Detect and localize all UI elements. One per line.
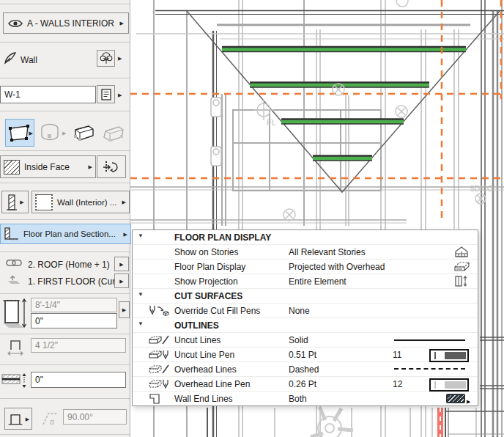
element-id-list-button[interactable]: [97, 85, 115, 103]
setting-value[interactable]: Solid: [289, 335, 308, 345]
setting-value[interactable]: 0.51 Pt: [289, 350, 316, 360]
setting-label: Uncut Line Pen: [174, 350, 234, 360]
setting-value[interactable]: Both: [289, 394, 307, 404]
reference-line-dropdown[interactable]: Inside Face ▶: [0, 155, 96, 178]
chevron-right-icon: ▶: [124, 232, 127, 237]
chevron-right-icon: ▶: [119, 262, 123, 267]
height-options-button[interactable]: ▶: [119, 301, 130, 318]
home-story-icon: [6, 274, 22, 285]
wall-tool-icon: [4, 51, 17, 65]
alpha-glyph: α: [50, 418, 54, 426]
setting-value[interactable]: None: [289, 306, 310, 316]
pen-11-swatch[interactable]: [429, 349, 469, 362]
layer-name: A - WALLS INTERIOR: [27, 18, 114, 29]
beam-2: [250, 82, 429, 87]
pen-12-swatch[interactable]: [429, 378, 469, 392]
collapse-triangle-icon[interactable]: ▼: [138, 321, 144, 327]
stories-icon: [452, 245, 471, 259]
overhead-slab-icon: [452, 260, 471, 273]
setting-label: Overhead Line Pen: [174, 379, 250, 389]
flip-reference-button[interactable]: [97, 155, 126, 178]
setting-label: Wall End Lines: [174, 394, 233, 404]
chevron-right-icon: ▶: [20, 199, 23, 205]
setting-row-uncut-lines[interactable]: Uncut Lines Solid: [133, 333, 478, 348]
separator: [0, 398, 130, 399]
wall-profile-button[interactable]: ▶: [4, 408, 32, 430]
section-header-floor-plan-display[interactable]: ▼ FLOOR PLAN DISPLAY: [133, 230, 478, 245]
overhead-lines-icon: [147, 363, 169, 376]
cut-fill-pen-icon: [147, 304, 169, 317]
setting-row-floor-plan-display[interactable]: Floor Plan Display Projected with Overhe…: [133, 260, 478, 274]
solid-line-sample: [394, 339, 465, 341]
panel-selector-floor-plan-and-section[interactable]: Floor Plan and Section... ▶: [0, 224, 131, 244]
wall-structure-button[interactable]: ▶: [1, 191, 29, 213]
separator: [0, 111, 130, 111]
pen-number: 12: [393, 379, 402, 389]
separator: [0, 219, 130, 220]
slant-angle-icon: α: [40, 411, 60, 427]
separator: [0, 251, 130, 252]
element-id-input[interactable]: [0, 86, 96, 103]
wall-base-height-field[interactable]: [31, 313, 117, 328]
wall-end-hatch-chip[interactable]: [446, 394, 465, 403]
collapse-triangle-icon[interactable]: ▼: [138, 233, 144, 239]
setting-row-show-projection[interactable]: Show Projection Entire Element: [133, 274, 478, 289]
setting-value[interactable]: 0.26 Pt: [289, 379, 316, 389]
chevron-right-icon: ▶: [122, 307, 126, 312]
collapse-triangle-icon[interactable]: ▼: [138, 292, 144, 298]
setting-row-override-cut-fill-pens[interactable]: Override Cut Fill Pens None: [133, 304, 478, 318]
section-header-outlines[interactable]: ▼ OUTLINES: [133, 318, 478, 333]
setting-label: Uncut Lines: [174, 335, 220, 345]
section-title: OUTLINES: [174, 320, 219, 331]
home-story: 1. FIRST FLOOR (Cur...: [28, 276, 122, 287]
eye-icon: [8, 18, 23, 29]
setting-value[interactable]: Entire Element: [289, 276, 346, 287]
setting-value[interactable]: Projected with Overhead: [289, 262, 385, 272]
separator: [0, 183, 130, 183]
highlighted-wall-segment: [437, 408, 443, 437]
wall-angle-field: [63, 409, 127, 425]
setting-value[interactable]: Dashed: [289, 364, 319, 375]
separator: [0, 293, 130, 294]
top-link-options-button[interactable]: ▶: [114, 257, 129, 271]
composite-wall-icon: [6, 194, 18, 211]
setting-row-overhead-lines[interactable]: Overhead Lines Dashed: [133, 362, 478, 377]
beam-3: [281, 119, 404, 124]
geometry-method-polygon-button[interactable]: [99, 119, 128, 147]
archicad-window: FL SD/CO A - WALLS INTERIOR ▶ Wall: [0, 0, 504, 437]
setting-row-overhead-line-pen[interactable]: Overhead Line Pen 0.26 Pt 12: [133, 377, 478, 392]
favorites-tree-icon: [99, 51, 114, 65]
composite-name: Wall (Interior) ...: [57, 198, 116, 207]
flip-icon: [102, 159, 121, 175]
tool-name: Wall: [21, 55, 37, 65]
separator: [0, 4, 130, 4]
beam-4: [313, 155, 372, 161]
setting-row-show-on-stories[interactable]: Show on Stories All Relevant Stories: [133, 245, 478, 260]
setting-row-uncut-line-pen[interactable]: Uncut Line Pen 0.51 Pt 11: [133, 348, 478, 362]
section-header-cut-surfaces[interactable]: ▼ CUT SURFACES: [133, 289, 478, 304]
favorites-button[interactable]: [97, 50, 115, 67]
home-story-options-button[interactable]: ▶: [114, 273, 129, 288]
wall-top-height-field: [31, 298, 117, 312]
geometry-method-straight-button[interactable]: ▶: [5, 119, 34, 147]
separator: [0, 42, 130, 43]
beam-1: [222, 47, 466, 52]
geometry-expand-icon[interactable]: ▶: [29, 131, 33, 136]
element-id-expand-icon[interactable]: ▶: [118, 92, 122, 98]
overhead-line-pen-icon: [147, 378, 169, 391]
curved-wall-icon: [37, 122, 62, 144]
separator: [0, 150, 130, 151]
top-link-story: 2. ROOF (Home + 1): [28, 260, 110, 270]
geometry-method-trapezoid-button[interactable]: [70, 119, 98, 147]
setting-label: Floor Plan Display: [174, 262, 245, 272]
chevron-right-icon: ▶: [120, 21, 124, 26]
composite-selector[interactable]: Wall (Interior) ... ▶: [32, 191, 130, 213]
offset-field[interactable]: [31, 372, 126, 388]
geometry-method-curved-button[interactable]: ▶: [37, 119, 68, 147]
favorites-expand-icon[interactable]: ▶: [118, 56, 122, 61]
fl-label: FL: [267, 118, 276, 127]
setting-row-wall-end-lines[interactable]: Wall End Lines Both ▶: [133, 392, 478, 405]
layer-selector-button[interactable]: A - WALLS INTERIOR ▶: [3, 12, 129, 34]
chevron-right-icon: ▶: [89, 164, 92, 169]
setting-value[interactable]: All Relevant Stories: [289, 247, 366, 257]
